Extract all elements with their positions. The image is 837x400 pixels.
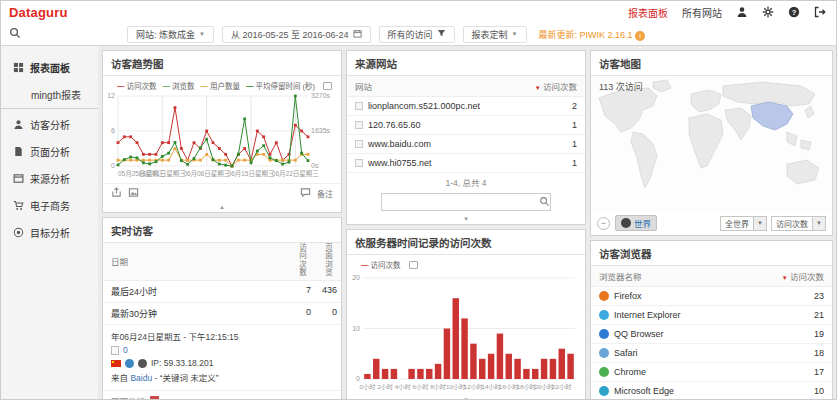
date-range-selector[interactable]: 从 2016-05-25 至 2016-06-24 [222, 26, 371, 43]
segment-selector[interactable]: 所有的访问 [379, 26, 455, 43]
image-export-icon[interactable] [128, 187, 139, 200]
pageview-count-icon [111, 346, 119, 355]
expand-icon[interactable] [355, 102, 363, 110]
chart-export-icon[interactable] [323, 82, 332, 90]
help-icon[interactable]: ? [788, 6, 800, 18]
visitor-trend-chart[interactable]: 05月25日星期三06月01日星期三06月08日星期三06月15日星期三06月2… [103, 91, 335, 179]
collapse-arrow-icon[interactable]: ▴ [103, 203, 341, 212]
referrer-site[interactable]: www.baidu.com [368, 139, 431, 149]
expand-icon[interactable] [355, 140, 363, 148]
col-website[interactable]: 网站 [355, 80, 372, 92]
visits-per-server-time-widget: 依服务器时间记录的访问次数 —访问次数 010200小时2小时4小时6小时8小时… [346, 229, 586, 400]
widget-title[interactable]: 依服务器时间记录的访问次数 [347, 230, 585, 255]
referrer-site[interactable]: www.hi0755.net [368, 158, 432, 168]
expand-icon[interactable] [355, 159, 363, 167]
sidebar-item-6[interactable]: 目标分析 [1, 219, 98, 246]
widget-title[interactable]: 实时访客 [103, 218, 341, 243]
internet-explorer-icon [599, 310, 609, 320]
legend-item[interactable]: —浏览数 [163, 80, 195, 91]
svg-text:2小时: 2小时 [377, 383, 393, 391]
browser-name: Safari [614, 348, 638, 358]
global-search[interactable] [9, 25, 119, 43]
visitor-ip: IP: 59.33.18.201 [151, 358, 213, 368]
pageview-page-icon[interactable] [150, 396, 159, 400]
widget-title[interactable]: 访客地图 [591, 51, 832, 76]
browser-row[interactable]: Safari18 [591, 344, 832, 363]
server-time-bar-chart[interactable]: 010200小时2小时4小时6小时8小时10小时12小时14小时16小时18小时… [347, 270, 579, 392]
referrer-websites-widget: 来源网站 网站 ▼ 访问次数 lionplancom.s521.000pc.ne… [346, 50, 586, 225]
sidebar-item-1[interactable]: mingth报表 [1, 81, 98, 109]
referrer-link[interactable]: Baidu [130, 373, 152, 383]
annotations-label[interactable]: 备注 [317, 188, 333, 199]
sidebar-item-5[interactable]: 电子商务 [1, 192, 98, 219]
signout-icon[interactable] [814, 6, 826, 18]
table-search[interactable] [381, 193, 551, 211]
referrer-row[interactable]: www.hi0755.net1 [347, 154, 585, 173]
search-icon[interactable] [539, 193, 550, 211]
realtime-col-date: 日期 [103, 243, 289, 280]
map-zoom-out-button[interactable]: − [597, 217, 610, 230]
site-selector[interactable]: 网站: 炼数成金▼ [127, 26, 214, 43]
legend-item[interactable]: —用户数量 [201, 80, 241, 91]
dataguru-logo[interactable]: Dataguru [9, 5, 68, 20]
legend-item[interactable]: —访问次数 [361, 259, 401, 270]
export-icon[interactable] [111, 187, 122, 200]
sort-desc-icon: ▼ [782, 275, 788, 281]
referrer-site[interactable]: 120.76.65.60 [368, 120, 421, 130]
sidebar-item-3[interactable]: 页面分析 [1, 138, 98, 165]
map-region-select[interactable]: 全世界▼ [720, 216, 767, 231]
sidebar-item-2[interactable]: 访客分析 [1, 111, 98, 138]
update-notice[interactable]: 最新更新: PIWIK 2.16.1 i [539, 28, 646, 41]
referrer-visits: 1 [572, 120, 577, 130]
safari-icon [599, 348, 609, 358]
collapse-arrow-icon[interactable]: ▾ [347, 396, 585, 400]
period-visits: 0 [289, 303, 315, 324]
widget-title[interactable]: 访客趋势图 [103, 51, 341, 76]
expand-icon[interactable] [355, 121, 363, 129]
servertime-legend: —访问次数 [347, 255, 585, 270]
browser-row[interactable]: Firefox23 [591, 287, 832, 306]
nav-all-websites[interactable]: 所有网站 [682, 5, 722, 20]
chevron-down-icon: ▼ [812, 217, 825, 230]
browser-row[interactable]: Internet Explorer21 [591, 306, 832, 325]
world-map[interactable] [591, 76, 832, 212]
widget-title[interactable]: 来源网站 [347, 51, 585, 76]
gear-icon[interactable] [762, 6, 774, 18]
report-selector[interactable]: 报表定制▼ [463, 26, 527, 43]
pageview-count[interactable]: 0 [123, 345, 128, 355]
funnel-icon [437, 29, 446, 39]
referrer-row[interactable]: 120.76.65.601 [347, 116, 585, 135]
chart-export-icon[interactable] [409, 261, 418, 269]
browser-row[interactable]: QQ Browser19 [591, 325, 832, 344]
referrer-row[interactable]: lionplancom.s521.000pc.net2 [347, 97, 585, 116]
china-flag-icon [111, 360, 121, 367]
referrer-row[interactable]: www.baidu.com1 [347, 135, 585, 154]
user-icon[interactable] [736, 6, 748, 18]
legend-swatch: — [163, 81, 171, 90]
legend-item[interactable]: —平均停留时间 (秒) [246, 80, 315, 91]
sidebar-item-0[interactable]: 报表面板 [1, 54, 98, 81]
svg-text:06月01日星期三: 06月01日星期三 [139, 170, 186, 178]
table-search-input[interactable] [382, 195, 539, 209]
sidebar-item-4[interactable]: 来源分析 [1, 165, 98, 192]
widget-title[interactable]: 访客浏览器 [591, 241, 832, 266]
col-browser-name[interactable]: 浏览器名称 [599, 270, 642, 282]
chevron-down-icon: ▼ [753, 217, 766, 230]
svg-text:6: 6 [111, 127, 115, 134]
col-visits-sorted[interactable]: ▼ 访问次数 [782, 270, 824, 282]
browser-row[interactable]: Chrome17 [591, 363, 832, 382]
referrer-site[interactable]: lionplancom.s521.000pc.net [368, 101, 480, 111]
collapse-arrow-icon[interactable]: ▾ [347, 215, 585, 224]
browser-name: Chrome [614, 367, 646, 377]
legend-item[interactable]: —访问次数 [117, 80, 157, 91]
qq-browser-icon [599, 329, 609, 339]
browser-row[interactable]: Microsoft Edge10 [591, 382, 832, 400]
sidebar-item-label: 电子商务 [30, 198, 70, 213]
legend-swatch: — [117, 81, 125, 90]
nav-dashboard[interactable]: 报表面板 [628, 5, 668, 20]
map-world-button[interactable]: 世界 [615, 215, 657, 231]
annotations-icon[interactable] [300, 187, 311, 200]
col-visits-sorted[interactable]: ▼ 访问次数 [535, 80, 577, 92]
map-metric-select[interactable]: 访问次数▼ [771, 216, 826, 231]
svg-text:0小时: 0小时 [360, 383, 376, 391]
